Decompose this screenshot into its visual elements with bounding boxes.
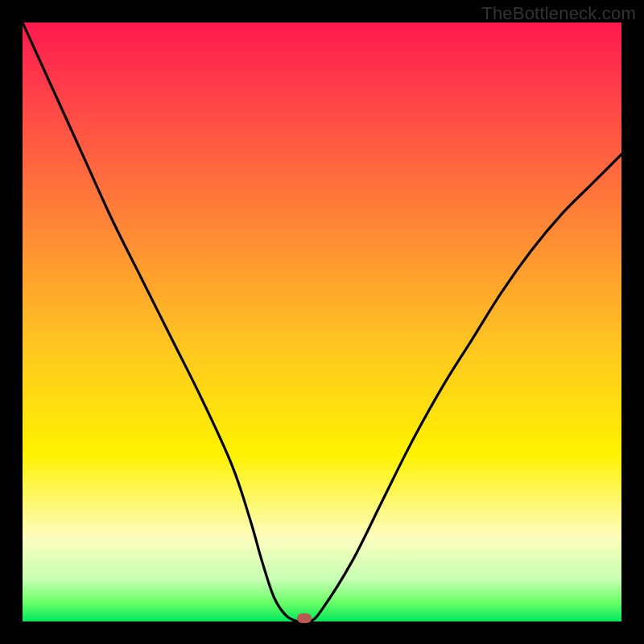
optimal-marker: [297, 613, 312, 623]
bottleneck-curve: [23, 23, 621, 621]
watermark-text: TheBottleneck.com: [481, 3, 636, 24]
outer-frame: TheBottleneck.com: [0, 0, 644, 644]
plot-area: [23, 23, 621, 621]
